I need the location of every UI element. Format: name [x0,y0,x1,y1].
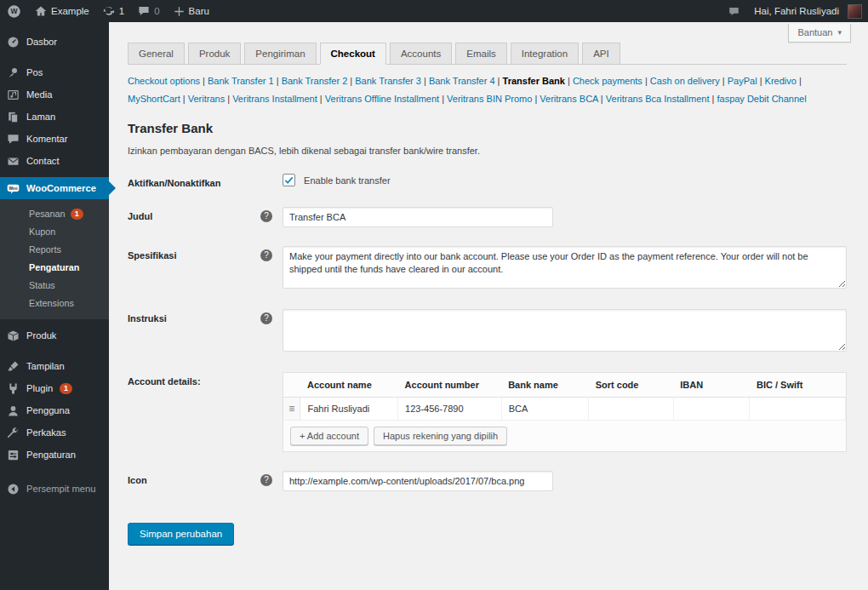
subnav-link-checkout-options[interactable]: Checkout options [128,76,208,86]
sidebar-item-label: Laman [26,112,55,122]
updates-menu[interactable]: 1 [96,0,131,22]
help-icon[interactable]: ? [260,210,272,222]
subnav-link-bank-transfer-4[interactable]: Bank Transfer 4 [429,76,503,86]
tab-api[interactable]: API [582,43,620,65]
help-button[interactable]: Bantuan ▾ [788,24,851,43]
current-menu-arrow [109,181,116,195]
comments-count: 0 [154,6,159,16]
sidebar-item-comments[interactable]: Komentar [0,128,109,150]
pages-icon [7,111,20,123]
tab-general[interactable]: General [128,43,185,65]
sidebar-item-appearance[interactable]: Tampilan [0,355,109,377]
sort-code-input[interactable] [589,398,673,420]
help-icon[interactable]: ? [260,474,272,486]
submenu-item-extensions[interactable]: Extensions [0,295,109,312]
subnav-link-veritrans-installment[interactable]: Veritrans Installment [232,94,325,104]
add-account-button[interactable]: + Add account [290,427,368,445]
subnav-link-transfer-bank[interactable]: Transfer Bank [503,76,573,86]
wordpress-logo[interactable]: W [0,0,28,22]
woocommerce-icon: Woo [7,182,20,195]
help-icon[interactable]: ? [260,249,272,261]
submenu-item-reports[interactable]: Reports [0,241,109,259]
icon-url-input[interactable] [283,471,553,491]
sidebar: Dasbor Pos Media Laman Komentar Contact … [0,22,109,590]
subnav-link-bank-transfer-3[interactable]: Bank Transfer 3 [355,76,429,86]
delete-accounts-button[interactable]: Hapus rekening yang dipilih [374,427,507,445]
home-icon [35,5,47,17]
subnav-link-veritrans[interactable]: Veritrans [188,94,232,104]
title-row: Judul ? [128,198,847,237]
submenu-item-coupons[interactable]: Kupon [0,223,109,241]
sidebar-item-products[interactable]: Produk [0,324,109,347]
new-content-menu[interactable]: Baru [167,0,216,22]
bank-name-input[interactable] [502,398,589,420]
sort-column-header [283,373,300,398]
bic-swift-input[interactable] [750,398,845,420]
subnav-link-bank-transfer-1[interactable]: Bank Transfer 1 [208,76,282,86]
sidebar-item-pages[interactable]: Laman [0,106,109,128]
drag-handle-icon[interactable]: ≡ [283,398,300,421]
subnav-link-kredivo[interactable]: Kredivo [765,76,802,86]
avatar [848,5,861,18]
feedback-menu[interactable] [721,0,747,22]
envelope-icon [7,155,20,168]
subnav-link-faspay-debit-channel[interactable]: faspay Debit Channel [717,94,806,104]
sidebar-item-media[interactable]: Media [0,83,109,106]
description-label: Spesifikasi [128,250,176,261]
sidebar-item-posts[interactable]: Pos [0,61,109,83]
plug-icon [7,382,20,395]
menu-separator [0,347,109,355]
tab-pengiriman[interactable]: Pengiriman [244,43,316,65]
title-input[interactable] [283,207,553,227]
help-icon[interactable]: ? [260,312,272,324]
subnav-link-bank-transfer-2[interactable]: Bank Transfer 2 [282,76,356,86]
sidebar-item-settings[interactable]: Pengaturan [0,444,109,466]
tab-emails[interactable]: Emails [455,43,507,65]
subnav-link-myshortcart[interactable]: MyShortCart [128,94,188,104]
subnav-link-veritrans-bin-promo[interactable]: Veritrans BIN Promo [447,94,540,104]
icon-label-cell: Icon ? [128,471,283,491]
tab-accounts[interactable]: Accounts [390,43,452,65]
account-row: ≡ [283,398,846,421]
tab-produk[interactable]: Produk [188,43,241,65]
subnav-link-veritrans-offline-installment[interactable]: Veritrans Offline Installment [325,94,447,104]
description-textarea[interactable]: Make your payment directly into our bank… [283,246,847,289]
sidebar-item-dashboard[interactable]: Dasbor [0,31,109,53]
sidebar-item-label: Plugin [26,383,53,393]
sidebar-item-plugins[interactable]: Plugin 1 [0,377,109,399]
sidebar-item-contact[interactable]: Contact [0,150,109,172]
description-label-cell: Spesifikasi ? [128,246,283,290]
instructions-textarea[interactable] [283,309,847,352]
account-name-input[interactable] [300,398,397,420]
subnav-link-veritrans-bca-installment[interactable]: Veritrans Bca Installment [606,94,717,104]
subnav-link-veritrans-bca[interactable]: Veritrans BCA [540,94,605,104]
comments-menu[interactable]: 0 [131,0,166,22]
dashboard-icon [7,36,20,49]
subnav-link-cash-on-delivery[interactable]: Cash on delivery [650,76,728,86]
account-menu[interactable]: Hai, Fahri Rusliyadi [747,0,868,22]
speech-bubble-icon [728,5,740,18]
enable-checkbox[interactable] [283,174,295,186]
page-description: Izinkan pembayaran dengan BACS, lebih di… [128,146,847,156]
tab-checkout[interactable]: Checkout [320,43,386,65]
sidebar-item-users[interactable]: Pengguna [0,399,109,421]
subnav-link-paypal[interactable]: PayPal [728,76,765,86]
site-menu[interactable]: Example [28,0,96,22]
save-changes-button[interactable]: Simpan perubahan [128,523,234,545]
iban-input[interactable] [674,398,750,420]
subnav-link-check-payments[interactable]: Check payments [573,76,650,86]
help-button-label: Bantuan [797,27,832,37]
enable-label: Aktifkan/Nonaktifkan [128,178,220,188]
instructions-label-cell: Instruksi ? [128,309,283,353]
updates-icon [103,5,115,17]
sidebar-item-tools[interactable]: Perkakas [0,421,109,444]
tab-integration[interactable]: Integration [511,43,579,65]
wrench-icon [7,427,20,439]
collapse-menu-button[interactable]: Persempit menu [0,478,109,500]
main-content: Bantuan ▾ General Produk Pengiriman Chec… [109,22,868,590]
submenu-item-settings[interactable]: Pengaturan [0,259,109,277]
sidebar-item-woocommerce[interactable]: Woo WooCommerce [0,177,109,199]
submenu-item-orders[interactable]: Pesanan 1 [0,205,109,223]
account-number-input[interactable] [398,398,501,420]
submenu-item-status[interactable]: Status [0,277,109,295]
